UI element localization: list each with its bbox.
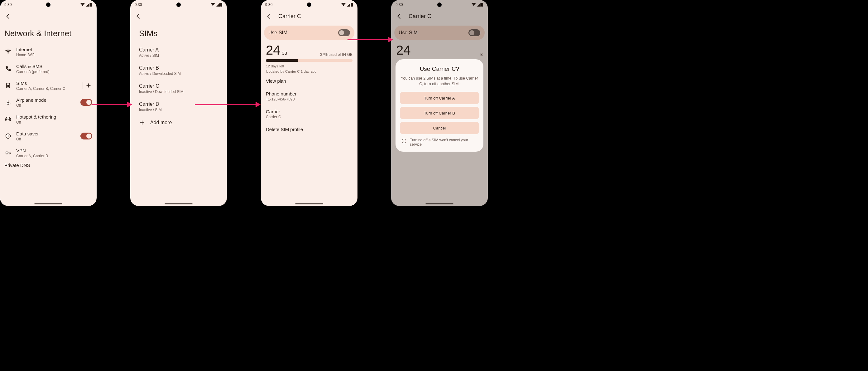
row-title: Internet [16, 47, 92, 52]
camera-hole-icon [437, 2, 442, 7]
status-indicators [471, 3, 484, 6]
sim-subtitle: Inactive / SIM [139, 108, 218, 112]
data-saver-toggle[interactable] [81, 133, 92, 140]
screen-network-internet: 9:30 Network & Internet Internet Home_Wi… [0, 0, 97, 206]
row-vpn[interactable]: VPN Carrier A, Carrier B [0, 144, 97, 161]
sim-subtitle: Active / SIM [139, 53, 218, 58]
appbar-title: Carrier C [278, 13, 301, 20]
cell-signal-icon [347, 3, 350, 6]
cell-signal-icon [216, 3, 220, 6]
add-more-label: Add more [150, 120, 172, 125]
status-time: 9:30 [135, 2, 142, 7]
sim-item-carrier-a[interactable]: Carrier A Active / SIM [130, 44, 227, 61]
usage-updated: Updated by Carrier C 1 day ago [266, 69, 352, 74]
flow-arrow-icon [195, 104, 260, 105]
row-subtitle: Off [16, 120, 92, 124]
phone-icon [4, 65, 12, 73]
row-carrier[interactable]: Carrier Carrier C [261, 105, 358, 123]
appbar-title: Carrier C [409, 13, 431, 20]
camera-hole-icon [177, 2, 181, 7]
row-sims[interactable]: SIMs Carrier A, Carrier B, Carrier C [0, 77, 97, 94]
sim-subtitle: Inactive / Downloaded SIM [139, 90, 218, 94]
battery-icon [351, 3, 353, 6]
vpn-key-icon [4, 149, 12, 156]
turn-off-carrier-a-button[interactable]: Turn off Carrier A [400, 92, 479, 104]
row-subtitle: Home_Wifi [16, 53, 92, 57]
sim-icon [4, 82, 12, 89]
usage-percent-label: 37% used of 64 GB [320, 52, 352, 57]
status-bar: 9:30 [261, 0, 358, 9]
use-sim-toggle[interactable] [338, 29, 350, 36]
back-arrow-icon [5, 13, 11, 20]
row-internet[interactable]: Internet Home_Wifi [0, 44, 97, 60]
use-sim-row[interactable]: Use SIM [394, 26, 485, 40]
back-button[interactable] [135, 12, 142, 20]
appbar [130, 9, 227, 23]
plus-icon [85, 82, 92, 89]
data-saver-icon [4, 132, 12, 140]
row-title: Calls & SMS [16, 64, 92, 69]
sim-item-carrier-b[interactable]: Carrier B Active / Downloaded SIM [130, 61, 227, 80]
row-subtitle: Carrier C [266, 115, 352, 119]
row-title: SIMs [16, 81, 78, 86]
sim-title: Carrier B [139, 65, 218, 71]
back-arrow-icon [266, 13, 272, 20]
row-title: View plan [266, 78, 352, 84]
usage-value: 24 [396, 43, 411, 57]
back-arrow-icon [135, 13, 142, 20]
hotspot-icon [4, 115, 12, 123]
row-title: Data saver [16, 131, 76, 136]
nav-bar-handle[interactable] [426, 203, 454, 204]
row-delete-sim[interactable]: Delete SIM profile [261, 123, 358, 136]
row-calls-sms[interactable]: Calls & SMS Carrier A (preferred) [0, 60, 97, 77]
row-phone-number[interactable]: Phone number +1-123-456-7890 [261, 87, 358, 105]
usage-value: 24 [266, 43, 280, 57]
usage-percent-label: B [480, 52, 483, 57]
use-sim-row[interactable]: Use SIM [264, 26, 354, 40]
row-subtitle: +1-123-456-7890 [266, 97, 352, 102]
cell-signal-icon [86, 3, 89, 6]
status-time: 9:30 [265, 2, 272, 7]
row-view-plan[interactable]: View plan [261, 75, 358, 87]
row-hotspot[interactable]: Hotspot & tethering Off [0, 111, 97, 127]
back-button[interactable] [265, 12, 273, 20]
back-button[interactable] [4, 12, 12, 20]
turn-off-carrier-b-button[interactable]: Turn off Carrier B [400, 107, 479, 119]
status-bar: 9:30 [130, 0, 227, 9]
row-airplane-mode[interactable]: Airplane mode Off [0, 94, 97, 111]
cell-signal-icon [477, 3, 480, 6]
flow-arrow-icon [347, 39, 393, 40]
row-subtitle: Off [16, 137, 76, 141]
sim-title: Carrier C [139, 83, 218, 89]
sim-item-carrier-c[interactable]: Carrier C Inactive / Downloaded SIM [130, 80, 227, 98]
use-sim-toggle[interactable] [468, 29, 480, 36]
row-private-dns[interactable]: Private DNS [0, 161, 97, 168]
sim-item-carrier-d[interactable]: Carrier D Inactive / SIM [130, 98, 227, 116]
screen-carrier-detail-dialog: 9:30 Carrier C Use SIM 24 B V P C [391, 0, 488, 206]
dialog-title: Use Carrier C? [400, 65, 479, 73]
dialog-note: Turning off a SIM won't cancel your serv… [400, 138, 479, 147]
airplane-toggle[interactable] [81, 99, 92, 106]
usage-days-left: 12 days left [266, 64, 352, 69]
camera-hole-icon [46, 2, 51, 7]
wifi-icon [80, 3, 85, 6]
page-title: SIMs [130, 23, 227, 44]
status-indicators [210, 3, 222, 6]
row-data-saver[interactable]: Data saver Off [0, 127, 97, 144]
sim-subtitle: Active / Downloaded SIM [139, 72, 218, 76]
appbar: Carrier C [261, 9, 358, 23]
cancel-button[interactable]: Cancel [400, 122, 479, 134]
camera-hole-icon [307, 2, 311, 7]
add-more-sim[interactable]: Add more [130, 116, 227, 130]
row-title: Delete SIM profile [266, 127, 352, 132]
wifi-icon [341, 3, 346, 6]
use-carrier-dialog: Use Carrier C? You can use 2 SIMs at a t… [396, 59, 484, 152]
back-button[interactable] [396, 12, 403, 20]
nav-bar-handle[interactable] [295, 203, 323, 204]
nav-bar-handle[interactable] [34, 203, 62, 204]
screen-carrier-detail: 9:30 Carrier C Use SIM 24GB 37% use [261, 0, 358, 206]
add-sim-button[interactable] [85, 82, 92, 89]
row-subtitle: Carrier A, Carrier B, Carrier C [16, 86, 78, 91]
info-icon [401, 138, 407, 144]
nav-bar-handle[interactable] [164, 203, 193, 204]
